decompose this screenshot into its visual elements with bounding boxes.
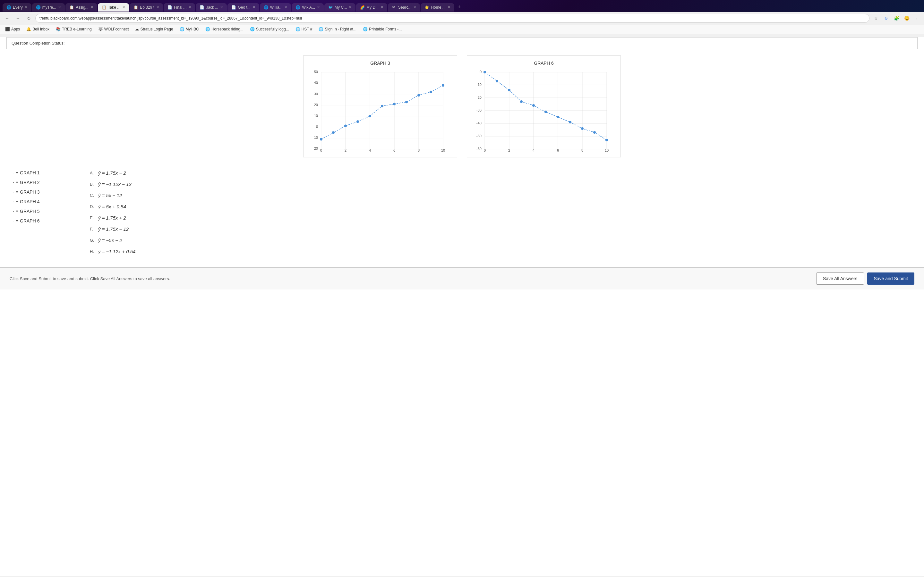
tab-close-assig[interactable]: ✕: [90, 5, 94, 9]
dropdown-dash-3: -: [13, 190, 14, 194]
bookmark-stratus[interactable]: ☁ Stratus Login Page: [132, 26, 176, 32]
tab-search[interactable]: ✉ Searc... ✕: [388, 3, 420, 11]
signin-icon: 🌐: [318, 27, 323, 31]
tab-icon-home: ⭐: [425, 5, 429, 10]
dropdown-arrow-3: ▾: [16, 190, 18, 194]
footer-instruction: Click Save and Submit to save and submit…: [10, 276, 170, 281]
tab-close-willia[interactable]: ✕: [284, 5, 287, 9]
svg-point-24: [442, 84, 444, 87]
svg-point-58: [557, 116, 559, 118]
graph-label-row-6[interactable]: - ▾ GRAPH 6: [13, 218, 71, 223]
tab-close-take[interactable]: ✕: [122, 5, 125, 9]
svg-point-18: [368, 115, 371, 117]
tab-mytre[interactable]: 🌐 myTre... ✕: [32, 3, 65, 11]
new-tab-button[interactable]: +: [455, 3, 464, 12]
tab-close-myc[interactable]: ✕: [349, 5, 352, 9]
tab-geo[interactable]: 📄 Geo t... ✕: [228, 3, 259, 11]
svg-text:10: 10: [314, 114, 318, 118]
address-bar[interactable]: [35, 14, 869, 23]
choice-letter-e: E.: [90, 215, 96, 220]
svg-text:-50: -50: [477, 134, 481, 138]
dropdown-dash-2: -: [13, 180, 14, 185]
tab-icon-myd: 🌈: [360, 5, 365, 10]
graph-label-row-5[interactable]: - ▾ GRAPH 5: [13, 209, 71, 214]
tab-icon-assig: 📋: [69, 5, 74, 10]
svg-text:-60: -60: [477, 147, 481, 151]
extension-icon[interactable]: 🧩: [892, 14, 901, 23]
graphs-container: GRAPH 3: [0, 52, 924, 164]
tab-close-3297[interactable]: ✕: [156, 5, 159, 9]
tab-3297[interactable]: 📋 Bb 3297 ✕: [129, 3, 163, 11]
svg-text:-10: -10: [477, 83, 481, 87]
svg-text:10: 10: [441, 148, 445, 152]
tab-close-home[interactable]: ✕: [447, 5, 451, 9]
graph-label-row-3[interactable]: - ▾ GRAPH 3: [13, 189, 71, 195]
tab-close-search[interactable]: ✕: [413, 5, 416, 9]
svg-text:4: 4: [533, 148, 535, 152]
svg-point-56: [532, 104, 535, 107]
choice-math-b: ŷ = −1.12x − 12: [98, 181, 132, 187]
tab-willia[interactable]: 🌐 Willia... ✕: [260, 3, 291, 11]
tab-close-mytre[interactable]: ✕: [58, 5, 61, 9]
tab-home[interactable]: ⭐ Home ... ✕: [421, 3, 454, 11]
tab-myc[interactable]: 🐦 My C... ✕: [325, 3, 355, 11]
bookmark-myhbc[interactable]: 🌐 MyHBC: [177, 26, 202, 32]
bookmark-apps[interactable]: ⬛ Apps: [3, 26, 23, 32]
tab-jack[interactable]: 📄 Jack ... ✕: [196, 3, 227, 11]
forward-button[interactable]: →: [13, 14, 23, 23]
choice-math-a: ŷ = 1.75x − 2: [98, 170, 126, 176]
refresh-button[interactable]: ↻: [24, 14, 33, 23]
svg-point-60: [581, 127, 583, 130]
horse-icon: 🌐: [205, 27, 210, 31]
google-icon[interactable]: G: [882, 14, 891, 23]
save-submit-button[interactable]: Save and Submit: [867, 272, 914, 285]
bookmark-logged[interactable]: 🌐 Successfully logg...: [247, 26, 292, 32]
tab-close-myd[interactable]: ✕: [381, 5, 383, 9]
svg-text:20: 20: [314, 103, 318, 107]
menu-icon[interactable]: ⋮: [913, 14, 921, 23]
svg-text:0: 0: [484, 148, 486, 152]
graph-label-row-1[interactable]: - ▾ GRAPH 1: [13, 170, 71, 175]
graph3-svg: 50 40 30 20 10 0 -10 -20 0 2 4 6 8 10: [309, 69, 446, 152]
tab-icon-search: ✉: [392, 5, 396, 10]
graph-label-text-5: GRAPH 5: [20, 209, 39, 214]
graph-label-row-4[interactable]: - ▾ GRAPH 4: [13, 199, 71, 204]
bookmark-star[interactable]: ☆: [871, 14, 880, 23]
bookmark-treb[interactable]: 📚 TREB e-Learning: [53, 26, 94, 32]
tab-icon-every: 🌐: [6, 5, 11, 10]
bookmark-printable[interactable]: 🌐 Printable Forms -...: [360, 26, 404, 32]
apps-icon: ⬛: [5, 27, 10, 31]
tab-wixa[interactable]: 🌐 Wix A... ✕: [292, 3, 324, 11]
answer-section: - ▾ GRAPH 1 - ▾ GRAPH 2 - ▾ GRAPH 3 - ▾ …: [0, 164, 924, 261]
bookmark-signin[interactable]: 🌐 Sign In · Right at...: [316, 26, 359, 32]
bookmark-wolf[interactable]: 🐺 WOLFconnect: [95, 26, 132, 32]
profile-icon[interactable]: 😊: [902, 14, 911, 23]
bookmarks-bar: ⬛ Apps 🔔 Bell Inbox 📚 TREB e-Learning 🐺 …: [0, 25, 924, 34]
tab-assig[interactable]: 📋 Assig... ✕: [65, 3, 97, 11]
tab-close-wixa[interactable]: ✕: [317, 5, 320, 9]
svg-text:30: 30: [314, 92, 318, 96]
tab-close-geo[interactable]: ✕: [252, 5, 255, 9]
tab-bar: 🌐 Every ✕ 🌐 myTre... ✕ 📋 Assig... ✕ 📋 Ta…: [0, 0, 924, 12]
tab-icon-take: 📋: [102, 5, 106, 10]
svg-text:2: 2: [344, 148, 347, 152]
tab-close-every[interactable]: ✕: [25, 5, 27, 9]
bookmark-hst[interactable]: 🌐 HST #: [293, 26, 315, 32]
stratus-icon: ☁: [135, 27, 139, 31]
tab-every[interactable]: 🌐 Every ✕: [3, 3, 31, 11]
tab-icon-3297: 📋: [134, 5, 138, 10]
svg-text:40: 40: [314, 81, 318, 85]
bookmark-horse[interactable]: 🌐 Horseback riding...: [203, 26, 246, 32]
bookmark-bell[interactable]: 🔔 Bell Inbox: [24, 26, 52, 32]
choice-letter-g: G.: [90, 238, 96, 243]
tab-close-final[interactable]: ✕: [188, 5, 191, 9]
save-all-button[interactable]: Save All Answers: [816, 272, 864, 285]
back-button[interactable]: ←: [3, 14, 11, 23]
svg-text:4: 4: [369, 148, 371, 152]
graph-label-row-2[interactable]: - ▾ GRAPH 2: [13, 180, 71, 185]
tab-close-jack[interactable]: ✕: [220, 5, 223, 9]
tab-myd[interactable]: 🌈 My D... ✕: [356, 3, 387, 11]
choice-row-g: G. ŷ = −5x − 2: [90, 237, 136, 243]
tab-final[interactable]: 📄 Final ... ✕: [164, 3, 195, 11]
tab-take[interactable]: 📋 Take ... ✕: [98, 3, 129, 11]
